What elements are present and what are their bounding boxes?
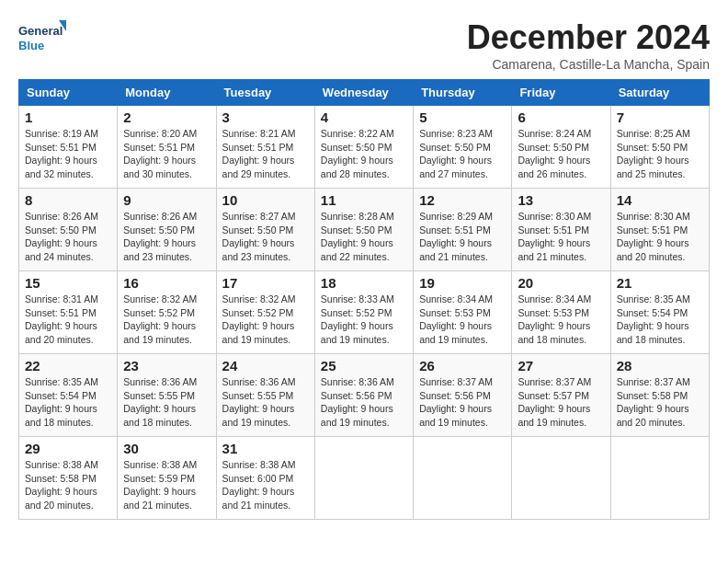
table-row: 23Sunrise: 8:36 AMSunset: 5:55 PMDayligh… bbox=[118, 354, 216, 437]
calendar-week-row: 8Sunrise: 8:26 AMSunset: 5:50 PMDaylight… bbox=[19, 189, 710, 271]
table-row bbox=[512, 437, 610, 520]
day-info: Sunrise: 8:38 AMSunset: 5:59 PMDaylight:… bbox=[123, 458, 210, 512]
day-number: 27 bbox=[518, 358, 604, 373]
day-number: 18 bbox=[321, 275, 407, 291]
day-info: Sunrise: 8:20 AMSunset: 5:51 PMDaylight:… bbox=[123, 127, 210, 181]
calendar-table: Sunday Monday Tuesday Wednesday Thursday… bbox=[18, 79, 710, 520]
day-info: Sunrise: 8:34 AMSunset: 5:53 PMDaylight:… bbox=[518, 293, 604, 347]
day-number: 31 bbox=[222, 441, 309, 456]
calendar-header-row: Sunday Monday Tuesday Wednesday Thursday… bbox=[19, 80, 710, 106]
day-number: 3 bbox=[222, 109, 309, 125]
logo: General Blue bbox=[18, 18, 66, 59]
day-info: Sunrise: 8:35 AMSunset: 5:54 PMDaylight:… bbox=[617, 293, 703, 347]
day-info: Sunrise: 8:36 AMSunset: 5:56 PMDaylight:… bbox=[321, 375, 407, 430]
location: Camarena, Castille-La Mancha, Spain bbox=[467, 57, 710, 72]
table-row: 10Sunrise: 8:27 AMSunset: 5:50 PMDayligh… bbox=[216, 189, 314, 271]
table-row: 3Sunrise: 8:21 AMSunset: 5:51 PMDaylight… bbox=[216, 106, 314, 189]
table-row: 13Sunrise: 8:30 AMSunset: 5:51 PMDayligh… bbox=[512, 189, 610, 271]
day-info: Sunrise: 8:29 AMSunset: 5:51 PMDaylight:… bbox=[419, 210, 506, 264]
table-row: 21Sunrise: 8:35 AMSunset: 5:54 PMDayligh… bbox=[610, 271, 709, 354]
col-monday: Monday bbox=[118, 80, 216, 106]
day-info: Sunrise: 8:38 AMSunset: 5:58 PMDaylight:… bbox=[25, 458, 111, 512]
day-info: Sunrise: 8:21 AMSunset: 5:51 PMDaylight:… bbox=[222, 127, 309, 181]
table-row: 25Sunrise: 8:36 AMSunset: 5:56 PMDayligh… bbox=[314, 354, 413, 437]
table-row: 2Sunrise: 8:20 AMSunset: 5:51 PMDaylight… bbox=[118, 106, 216, 189]
day-info: Sunrise: 8:35 AMSunset: 5:54 PMDaylight:… bbox=[25, 375, 111, 430]
day-info: Sunrise: 8:32 AMSunset: 5:52 PMDaylight:… bbox=[222, 293, 309, 347]
day-info: Sunrise: 8:30 AMSunset: 5:51 PMDaylight:… bbox=[518, 210, 604, 264]
month-title: December 2024 bbox=[467, 18, 710, 57]
col-thursday: Thursday bbox=[414, 80, 512, 106]
day-number: 2 bbox=[123, 109, 210, 125]
col-friday: Friday bbox=[512, 80, 610, 106]
day-info: Sunrise: 8:22 AMSunset: 5:50 PMDaylight:… bbox=[321, 127, 407, 181]
table-row bbox=[314, 437, 413, 520]
table-row: 19Sunrise: 8:34 AMSunset: 5:53 PMDayligh… bbox=[414, 271, 512, 354]
day-info: Sunrise: 8:37 AMSunset: 5:57 PMDaylight:… bbox=[518, 375, 604, 430]
day-number: 28 bbox=[617, 358, 703, 373]
table-row: 6Sunrise: 8:24 AMSunset: 5:50 PMDaylight… bbox=[512, 106, 610, 189]
table-row: 16Sunrise: 8:32 AMSunset: 5:52 PMDayligh… bbox=[118, 271, 216, 354]
day-info: Sunrise: 8:27 AMSunset: 5:50 PMDaylight:… bbox=[222, 210, 309, 264]
table-row: 24Sunrise: 8:36 AMSunset: 5:55 PMDayligh… bbox=[216, 354, 314, 437]
day-number: 14 bbox=[617, 192, 703, 208]
day-number: 9 bbox=[123, 192, 210, 208]
col-sunday: Sunday bbox=[19, 80, 118, 106]
day-info: Sunrise: 8:19 AMSunset: 5:51 PMDaylight:… bbox=[25, 127, 111, 181]
day-number: 11 bbox=[321, 192, 407, 208]
table-row: 9Sunrise: 8:26 AMSunset: 5:50 PMDaylight… bbox=[118, 189, 216, 271]
table-row: 12Sunrise: 8:29 AMSunset: 5:51 PMDayligh… bbox=[414, 189, 512, 271]
table-row: 27Sunrise: 8:37 AMSunset: 5:57 PMDayligh… bbox=[512, 354, 610, 437]
day-number: 4 bbox=[321, 109, 407, 125]
day-number: 26 bbox=[419, 358, 506, 373]
day-number: 16 bbox=[123, 275, 210, 291]
day-info: Sunrise: 8:37 AMSunset: 5:56 PMDaylight:… bbox=[419, 375, 506, 430]
table-row: 8Sunrise: 8:26 AMSunset: 5:50 PMDaylight… bbox=[19, 189, 118, 271]
day-info: Sunrise: 8:28 AMSunset: 5:50 PMDaylight:… bbox=[321, 210, 407, 264]
day-number: 13 bbox=[518, 192, 604, 208]
calendar-week-row: 1Sunrise: 8:19 AMSunset: 5:51 PMDaylight… bbox=[19, 106, 710, 189]
day-info: Sunrise: 8:23 AMSunset: 5:50 PMDaylight:… bbox=[419, 127, 506, 181]
table-row: 22Sunrise: 8:35 AMSunset: 5:54 PMDayligh… bbox=[19, 354, 118, 437]
table-row: 29Sunrise: 8:38 AMSunset: 5:58 PMDayligh… bbox=[19, 437, 118, 520]
col-saturday: Saturday bbox=[610, 80, 709, 106]
day-number: 20 bbox=[518, 275, 604, 291]
header-area: General Blue December 2024 Camarena, Cas… bbox=[18, 18, 710, 72]
day-number: 5 bbox=[419, 109, 506, 125]
table-row: 11Sunrise: 8:28 AMSunset: 5:50 PMDayligh… bbox=[314, 189, 413, 271]
table-row: 1Sunrise: 8:19 AMSunset: 5:51 PMDaylight… bbox=[19, 106, 118, 189]
day-info: Sunrise: 8:33 AMSunset: 5:52 PMDaylight:… bbox=[321, 293, 407, 347]
title-area: December 2024 Camarena, Castille-La Manc… bbox=[467, 18, 710, 72]
day-info: Sunrise: 8:37 AMSunset: 5:58 PMDaylight:… bbox=[617, 375, 703, 430]
day-number: 12 bbox=[419, 192, 506, 208]
day-number: 10 bbox=[222, 192, 309, 208]
day-number: 7 bbox=[617, 109, 703, 125]
table-row: 18Sunrise: 8:33 AMSunset: 5:52 PMDayligh… bbox=[314, 271, 413, 354]
day-info: Sunrise: 8:36 AMSunset: 5:55 PMDaylight:… bbox=[222, 375, 309, 430]
day-number: 24 bbox=[222, 358, 309, 373]
day-info: Sunrise: 8:30 AMSunset: 5:51 PMDaylight:… bbox=[617, 210, 703, 264]
calendar-week-row: 22Sunrise: 8:35 AMSunset: 5:54 PMDayligh… bbox=[19, 354, 710, 437]
table-row: 7Sunrise: 8:25 AMSunset: 5:50 PMDaylight… bbox=[610, 106, 709, 189]
day-number: 1 bbox=[25, 109, 111, 125]
table-row: 30Sunrise: 8:38 AMSunset: 5:59 PMDayligh… bbox=[118, 437, 216, 520]
table-row: 17Sunrise: 8:32 AMSunset: 5:52 PMDayligh… bbox=[216, 271, 314, 354]
day-info: Sunrise: 8:36 AMSunset: 5:55 PMDaylight:… bbox=[123, 375, 210, 430]
day-number: 23 bbox=[123, 358, 210, 373]
day-info: Sunrise: 8:32 AMSunset: 5:52 PMDaylight:… bbox=[123, 293, 210, 347]
table-row bbox=[414, 437, 512, 520]
table-row: 20Sunrise: 8:34 AMSunset: 5:53 PMDayligh… bbox=[512, 271, 610, 354]
day-number: 22 bbox=[25, 358, 111, 373]
day-info: Sunrise: 8:31 AMSunset: 5:51 PMDaylight:… bbox=[25, 293, 111, 347]
col-tuesday: Tuesday bbox=[216, 80, 314, 106]
svg-text:General: General bbox=[18, 24, 63, 38]
table-row: 31Sunrise: 8:38 AMSunset: 6:00 PMDayligh… bbox=[216, 437, 314, 520]
day-number: 19 bbox=[419, 275, 506, 291]
day-number: 8 bbox=[25, 192, 111, 208]
table-row bbox=[610, 437, 709, 520]
day-number: 17 bbox=[222, 275, 309, 291]
table-row: 15Sunrise: 8:31 AMSunset: 5:51 PMDayligh… bbox=[19, 271, 118, 354]
col-wednesday: Wednesday bbox=[314, 80, 413, 106]
svg-text:Blue: Blue bbox=[18, 39, 44, 52]
day-info: Sunrise: 8:34 AMSunset: 5:53 PMDaylight:… bbox=[419, 293, 506, 347]
